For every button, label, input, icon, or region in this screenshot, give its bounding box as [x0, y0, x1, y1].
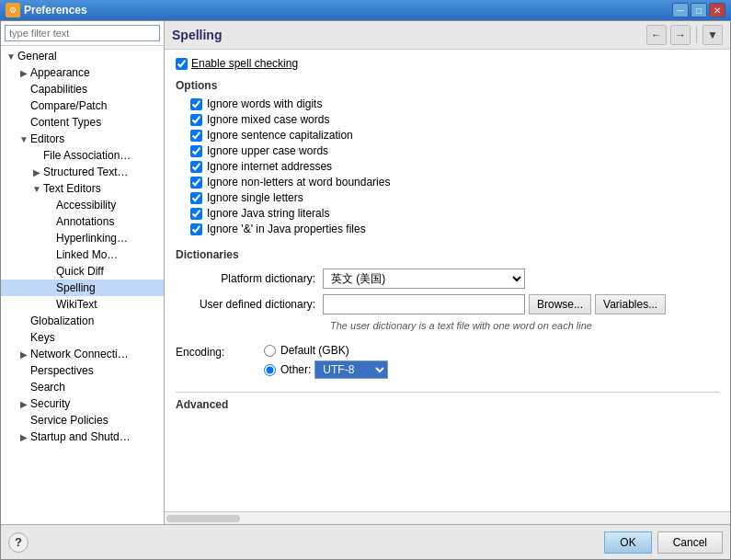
close-button[interactable]: ✕ — [709, 3, 725, 17]
tree-item-structured-text[interactable]: ▶Structured Text… — [1, 164, 164, 180]
tree-item-editors[interactable]: ▼Editors — [1, 131, 164, 147]
tree-label-globalization: Globalization — [30, 314, 94, 327]
tree-label-capabilities: Capabilities — [30, 83, 87, 96]
option-label-internet: Ignore internet addresses — [207, 160, 332, 173]
tree-arrow-editors: ▼ — [17, 134, 30, 144]
encoding-other-select[interactable]: UTF-8 — [314, 360, 388, 379]
option-label-non-letters: Ignore non-letters at word boundaries — [207, 176, 390, 189]
bottom-bar: ? OK Cancel — [1, 524, 730, 559]
encoding-default-label: Default (GBK) — [280, 344, 349, 357]
encoding-default-radio[interactable] — [264, 345, 276, 357]
tree-item-security[interactable]: ▶Security — [1, 395, 164, 412]
tree-item-spelling[interactable]: Spelling — [1, 280, 164, 296]
options-group: Options Ignore words with digitsIgnore m… — [176, 79, 719, 235]
tree-item-capabilities[interactable]: Capabilities — [1, 81, 164, 97]
user-dict-input[interactable] — [323, 294, 525, 314]
tree-label-general: General — [17, 50, 57, 63]
title-bar-controls: ─ □ ✕ — [672, 3, 725, 17]
spelling-content: Enable spell checking Options Ignore wor… — [165, 50, 730, 511]
tree-arrow-text-editors: ▼ — [30, 184, 43, 194]
ok-button[interactable]: OK — [604, 531, 651, 554]
tree-item-globalization[interactable]: Globalization — [1, 313, 164, 329]
platform-dict-row: Platform dictionary: 英文 (美国) — [176, 269, 719, 289]
menu-button[interactable]: ▼ — [702, 25, 723, 45]
enable-spell-label[interactable]: Enable spell checking — [191, 57, 298, 70]
tree-arrow-startup-shutdown: ▶ — [17, 432, 30, 442]
tree-item-linked-mode[interactable]: Linked Mo… — [1, 246, 164, 263]
encoding-other-radio[interactable] — [264, 364, 276, 376]
minimize-button[interactable]: ─ — [672, 3, 689, 17]
forward-button[interactable]: → — [670, 25, 691, 45]
tree-item-service-policies[interactable]: Service Policies — [1, 412, 164, 429]
tree-label-startup-shutdown: Startup and Shutd… — [30, 430, 131, 443]
tree-label-security: Security — [30, 397, 70, 410]
tree-item-hyperlinking[interactable]: Hyperlinking… — [1, 230, 164, 246]
option-checkbox-mixed-case[interactable] — [190, 114, 202, 126]
h-scrollbar-thumb[interactable] — [166, 515, 240, 522]
dictionaries-group: Dictionaries Platform dictionary: 英文 (美国… — [176, 248, 719, 331]
variables-button[interactable]: Variables... — [595, 294, 666, 314]
tree-label-editors: Editors — [30, 132, 64, 145]
tree-label-quick-diff: Quick Diff — [56, 265, 104, 278]
tree-item-text-editors[interactable]: ▼Text Editors — [1, 180, 164, 197]
tree-item-startup-shutdown[interactable]: ▶Startup and Shutd… — [1, 429, 164, 445]
dictionaries-title: Dictionaries — [176, 248, 719, 261]
help-button[interactable]: ? — [8, 532, 29, 553]
filter-input[interactable] — [5, 25, 160, 41]
options-container: Ignore words with digitsIgnore mixed cas… — [176, 97, 719, 235]
option-checkbox-sentence-cap[interactable] — [190, 130, 202, 142]
tree-item-accessibility[interactable]: Accessibility — [1, 197, 164, 213]
tree-label-spelling: Spelling — [56, 281, 96, 294]
encoding-options: Default (GBK) Other: UTF-8 — [249, 344, 388, 383]
tree-item-wikitext[interactable]: WikiText — [1, 296, 164, 313]
tree-item-compare-patch[interactable]: Compare/Patch — [1, 97, 164, 114]
tree-item-search[interactable]: Search — [1, 379, 164, 395]
tree-item-keys[interactable]: Keys — [1, 329, 164, 346]
tree-item-content-types[interactable]: Content Types — [1, 114, 164, 131]
option-checkbox-upper-case[interactable] — [190, 145, 202, 157]
back-button[interactable]: ← — [646, 25, 667, 45]
option-checkbox-internet[interactable] — [190, 161, 202, 173]
tree-arrow-general: ▼ — [5, 51, 17, 62]
option-label-mixed-case: Ignore mixed case words — [207, 113, 329, 126]
user-dict-row: User defined dictionary: Browse... Varia… — [176, 294, 719, 314]
enable-spell-checkbox[interactable] — [176, 58, 188, 70]
tree-item-appearance[interactable]: ▶Appearance — [1, 64, 164, 81]
tree-item-annotations[interactable]: Annotations — [1, 213, 164, 230]
platform-dict-select[interactable]: 英文 (美国) — [323, 269, 525, 289]
browse-button[interactable]: Browse... — [529, 294, 591, 314]
tree-item-network-conn[interactable]: ▶Network Connecti… — [1, 346, 164, 362]
advanced-section: Advanced — [176, 392, 719, 411]
option-row-upper-case: Ignore upper case words — [176, 144, 719, 157]
tree-label-content-types: Content Types — [30, 116, 101, 129]
option-checkbox-single-letters[interactable] — [190, 192, 202, 204]
tree-item-general[interactable]: ▼General — [1, 48, 164, 64]
content-area: ▼General▶AppearanceCapabilitiesCompare/P… — [1, 21, 730, 524]
encoding-other-label: Other: — [280, 363, 311, 376]
left-panel: ▼General▶AppearanceCapabilitiesCompare/P… — [1, 21, 165, 524]
tree-item-file-associations[interactable]: File Association… — [1, 147, 164, 164]
option-checkbox-java-string[interactable] — [190, 208, 202, 220]
tree-label-perspectives: Perspectives — [30, 364, 94, 377]
tree-label-hyperlinking: Hyperlinking… — [56, 232, 128, 245]
tree-label-appearance: Appearance — [30, 66, 90, 79]
h-scroll-area[interactable] — [165, 511, 730, 524]
option-checkbox-java-props[interactable] — [190, 223, 202, 235]
encoding-other-row: Other: UTF-8 — [249, 360, 388, 379]
user-dict-label-text: User defined dictionary: — [200, 298, 315, 311]
panel-title: Spelling — [172, 28, 646, 42]
option-checkbox-non-letters[interactable] — [190, 177, 202, 189]
tree-label-compare-patch: Compare/Patch — [30, 99, 107, 112]
option-label-java-props: Ignore '&' in Java properties files — [207, 223, 366, 235]
cancel-button[interactable]: Cancel — [657, 531, 723, 554]
tree-item-quick-diff[interactable]: Quick Diff — [1, 263, 164, 280]
platform-dict-label-text: Platform dictionary: — [221, 272, 315, 285]
right-panel: Spelling ← → ▼ Enable spell checking Opt… — [165, 21, 730, 524]
tree-arrow-structured-text: ▶ — [30, 167, 43, 177]
tree-label-text-editors: Text Editors — [43, 182, 101, 195]
dict-note: The user dictionary is a text file with … — [176, 320, 719, 331]
tree-item-perspectives[interactable]: Perspectives — [1, 362, 164, 379]
maximize-button[interactable]: □ — [691, 3, 707, 17]
option-checkbox-digits[interactable] — [190, 98, 202, 110]
tree-label-network-conn: Network Connecti… — [30, 348, 129, 360]
